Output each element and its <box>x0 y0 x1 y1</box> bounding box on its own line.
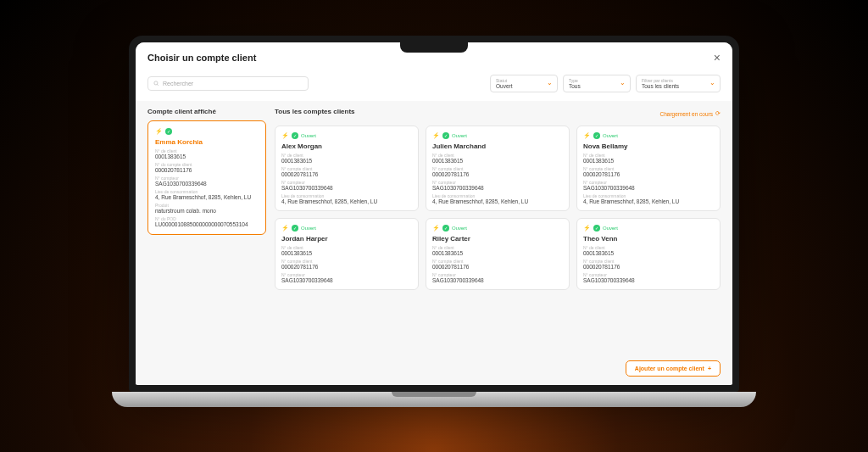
status-text: Ouvert <box>301 226 316 231</box>
account-name: Nova Bellamy <box>583 142 714 150</box>
displayed-section-title: Compte client affiché <box>147 108 266 115</box>
loading-indicator: Chargement en cours ⟳ <box>659 110 721 117</box>
search-icon <box>153 81 159 86</box>
check-icon: ✓ <box>442 132 449 139</box>
plus-icon: + <box>708 366 711 371</box>
account-name: Julien Marchand <box>432 142 563 150</box>
status-text: Ouvert <box>603 133 618 138</box>
filter-type[interactable]: Type Tous <box>563 75 631 92</box>
status-text: Ouvert <box>603 226 618 231</box>
bolt-icon: ⚡ <box>281 225 289 232</box>
bolt-icon: ⚡ <box>432 225 440 232</box>
account-card[interactable]: ⚡✓OuvertTheo VennN° de client0001383615N… <box>576 218 721 290</box>
check-icon: ✓ <box>593 225 600 232</box>
bolt-icon: ⚡ <box>583 132 591 139</box>
bolt-icon: ⚡ <box>155 128 163 135</box>
status-text: Ouvert <box>301 133 316 138</box>
account-card[interactable]: ⚡✓OuvertJordan HarperN° de client0001383… <box>275 218 419 290</box>
selected-account-card[interactable]: ⚡ ✓ Emma Korchia N° de client 0001383615… <box>147 120 266 235</box>
svg-line-1 <box>157 84 158 85</box>
account-name: Riley Carter <box>432 235 563 243</box>
check-icon: ✓ <box>292 225 298 232</box>
account-name: Theo Venn <box>583 235 714 243</box>
account-card[interactable]: ⚡✓OuvertJulien MarchandN° de client00013… <box>426 126 570 211</box>
close-icon[interactable]: × <box>714 51 721 64</box>
check-icon: ✓ <box>593 132 600 139</box>
filter-status[interactable]: Statut Ouvert <box>490 75 558 92</box>
bolt-icon: ⚡ <box>281 132 289 139</box>
spinner-icon: ⟳ <box>715 110 721 117</box>
all-section-title: Tous les comptes clients <box>275 108 355 115</box>
bolt-icon: ⚡ <box>583 225 591 232</box>
modal-title: Choisir un compte client <box>147 53 256 63</box>
account-card[interactable]: ⚡✓OuvertNova BellamyN° de client00013836… <box>576 126 721 211</box>
status-text: Ouvert <box>452 226 467 231</box>
check-icon: ✓ <box>442 225 449 232</box>
add-account-button[interactable]: Ajouter un compte client + <box>626 360 721 377</box>
filter-bar: Rechercher Statut Ouvert Type Tous Filtr… <box>136 71 732 101</box>
account-card[interactable]: ⚡✓OuvertAlex MorganN° de client000138361… <box>275 126 419 211</box>
account-card[interactable]: ⚡✓OuvertRiley CarterN° de client00013836… <box>426 218 570 290</box>
check-icon: ✓ <box>292 132 298 139</box>
account-name: Alex Morgan <box>281 142 412 150</box>
status-text: Ouvert <box>452 133 467 138</box>
account-name: Jordan Harper <box>281 235 412 243</box>
search-input[interactable]: Rechercher <box>147 76 309 91</box>
check-icon: ✓ <box>165 128 172 135</box>
search-placeholder: Rechercher <box>163 81 193 86</box>
svg-point-0 <box>154 81 158 84</box>
selected-name: Emma Korchia <box>155 138 259 146</box>
filter-clients[interactable]: Filtrer par clients Tous les clients <box>636 75 721 92</box>
bolt-icon: ⚡ <box>432 132 440 139</box>
